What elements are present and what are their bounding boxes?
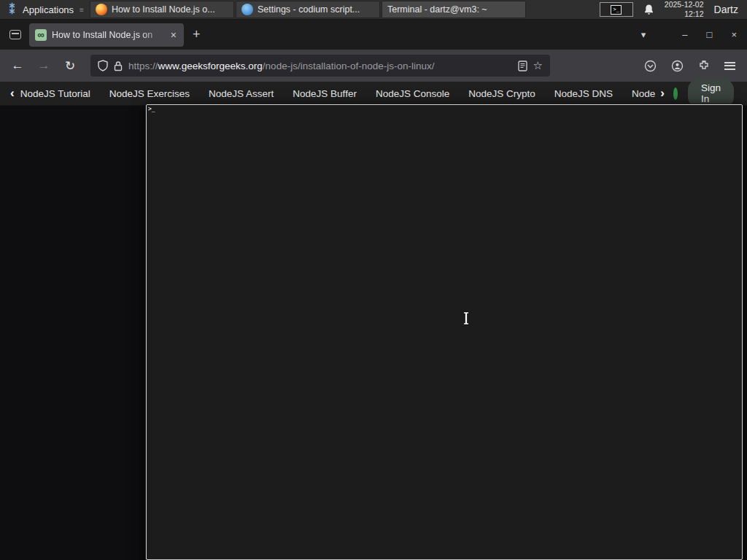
clock-time: 12:12	[665, 9, 704, 19]
browser-maximize-button[interactable]: □	[707, 29, 713, 40]
vscodium-icon	[241, 4, 253, 15]
geeksforgeeks-favicon-icon: ∞	[35, 29, 47, 41]
new-tab-button[interactable]: +	[184, 27, 209, 42]
subnav-link[interactable]: NodeJS Crypto	[459, 88, 545, 99]
subnav-items: NodeJS TutorialNodeJS ExercisesNodeJS As…	[20, 88, 665, 99]
desktop: ⁑ Applications ≡ How to Install Node.js …	[0, 0, 747, 560]
subnav-link[interactable]: NodeJS DNS	[545, 88, 622, 99]
lock-icon[interactable]	[114, 61, 123, 71]
subnav-link[interactable]: NodeJS Buffer	[283, 88, 366, 99]
taskbar-window-title: Settings - codium script...	[258, 4, 360, 15]
url-bar[interactable]: https://www.geeksforgeeks.org/node-js/in…	[90, 55, 550, 77]
taskbar: ⁑ Applications ≡ How to Install Node.js …	[0, 0, 747, 20]
taskbar-window-title: How to Install Node.js o...	[112, 4, 215, 15]
reader-mode-icon[interactable]	[518, 61, 527, 71]
tab-close-icon[interactable]: ×	[169, 29, 178, 41]
mouse-ibeam-cursor	[462, 311, 471, 328]
taskbar-window-button[interactable]: Terminal - dartz@vm3: ~	[382, 1, 526, 18]
pocket-icon[interactable]	[644, 60, 657, 72]
subnav-scroll-left-icon[interactable]: ‹	[10, 86, 15, 101]
tab-title: How to Install Node.js on	[52, 30, 164, 40]
url-text[interactable]: https://www.geeksforgeeks.org/node-js/in…	[128, 61, 512, 71]
toolbar-right-icons	[644, 60, 740, 72]
clock[interactable]: 2025-12-02 12:12	[665, 0, 704, 18]
workspace-pager[interactable]: >_	[600, 2, 633, 17]
firefox-icon	[96, 4, 107, 15]
url-scheme: https://	[128, 61, 158, 71]
subnav-link[interactable]: NodeJS Exercises	[100, 88, 199, 99]
applications-label: Applications	[23, 4, 74, 15]
distro-logo-icon: ⁑	[6, 4, 18, 16]
sign-in-button[interactable]: Sign In	[688, 79, 734, 108]
browser-close-button[interactable]: ×	[731, 29, 737, 40]
user-menu[interactable]: Dartz	[714, 4, 741, 15]
taskbar-window-title: Terminal - dartz@vm3: ~	[387, 4, 487, 15]
subnav-scroll-right-icon[interactable]: ›	[660, 86, 665, 101]
taskbar-window-button[interactable]: Settings - codium script...	[236, 1, 380, 18]
tracking-shield-icon[interactable]	[98, 60, 108, 71]
tabbar-controls: ▾ – □ ×	[641, 29, 741, 40]
firefox-view-button[interactable]	[6, 26, 25, 44]
system-tray: >_ 2025-12-02 12:12 Dartz	[600, 0, 747, 19]
list-all-tabs-chevron-icon[interactable]: ▾	[641, 29, 646, 40]
extensions-puzzle-icon[interactable]	[698, 60, 710, 71]
taskbar-window-button[interactable]: How to Install Node.js o...	[90, 1, 234, 18]
browser-tab-bar: ∞ How to Install Node.js on × + ▾ – □ ×	[0, 20, 747, 50]
browser-minimize-button[interactable]: –	[682, 29, 687, 40]
subnav-link[interactable]: NodeJS Assert	[199, 88, 283, 99]
search-icon[interactable]	[673, 88, 678, 100]
url-path: /node-js/installation-of-node-js-on-linu…	[263, 61, 435, 71]
forward-button[interactable]: →	[34, 58, 54, 73]
browser-tab-active[interactable]: ∞ How to Install Node.js on ×	[29, 23, 184, 47]
taskbar-window-buttons: How to Install Node.js o...Settings - co…	[89, 0, 527, 19]
url-host: www.geeksforgeeks.org	[158, 61, 263, 71]
firefox-view-icon	[9, 30, 21, 39]
subnav-link[interactable]: NodeJS Tutorial	[20, 88, 100, 99]
back-button[interactable]: ←	[7, 58, 28, 73]
reload-button[interactable]: ↻	[60, 58, 80, 74]
browser-toolbar: ← → ↻ https://www.geeksforgeeks.org/node…	[0, 50, 747, 82]
subnav-link[interactable]: Node	[622, 88, 665, 99]
subnav-link[interactable]: NodeJS Console	[366, 88, 459, 99]
app-menu-hamburger-icon[interactable]	[724, 62, 735, 70]
page-subnav: ‹ NodeJS TutorialNodeJS ExercisesNodeJS …	[0, 82, 747, 106]
bookmark-star-icon[interactable]: ☆	[533, 59, 543, 72]
account-icon[interactable]	[671, 60, 684, 72]
clock-date: 2025-12-02	[665, 0, 704, 9]
applications-menu-button[interactable]: ⁑ Applications ≡	[0, 0, 89, 19]
pager-terminal-icon: >_	[611, 5, 622, 15]
panel-grip-icon: ≡	[80, 6, 83, 14]
notification-bell-icon[interactable]	[643, 4, 654, 15]
